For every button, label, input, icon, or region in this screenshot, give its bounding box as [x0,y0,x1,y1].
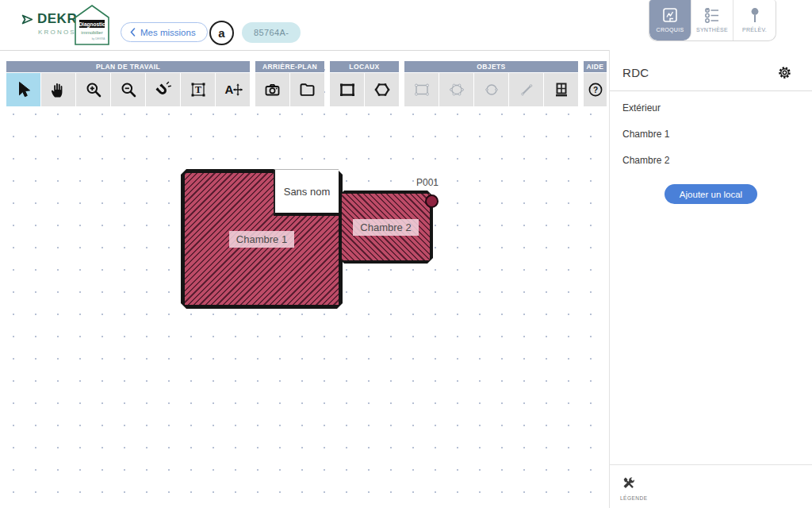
svg-text:?: ? [592,86,597,94]
text-frame-icon: T [189,80,208,99]
tab-label: SYNTHÈSE [696,27,728,33]
tab-label: PRÉLÈV. [742,27,767,33]
user-avatar[interactable]: a [209,21,234,45]
line-object-icon [516,80,537,99]
rectangle-room-icon [337,80,358,99]
room-list-item-chambre-1[interactable]: Chambre 1 [610,121,812,147]
tool-polygon-room-button[interactable] [365,73,399,106]
toolgroup-objets: OBJETS [404,61,578,106]
tab-croquis[interactable]: CROQUIS [649,0,691,40]
room-label: Chambre 2 [353,219,418,236]
missions-label: Mes missions [140,28,196,37]
tools-icon [620,474,638,491]
cursor-arrow-icon [14,80,33,99]
drawing-canvas[interactable]: PLAN DE TRAVAIL [0,50,609,508]
svg-text:by DEKRA: by DEKRA [92,37,105,40]
tool-text-move-button[interactable]: A [216,73,250,106]
tool-magnet-button[interactable] [146,73,180,106]
camera-icon [262,80,282,99]
toolgroup-locaux: LOCAUX [330,61,399,106]
legend-label: LÉGENDE [620,495,812,501]
help-icon: ? [587,81,604,98]
toolgroup-header: ARRIÈRE-PLAN [255,61,324,72]
magnet-icon [154,80,173,99]
view-tabs: CROQUIS SYNTHÈSE PRÉLÈV. [649,0,776,41]
svg-text:A: A [224,83,233,96]
help-button[interactable]: ? [584,73,607,106]
svg-text:Diagnostic: Diagnostic [79,21,105,28]
toolgroup-aide: AIDE ? [584,61,607,106]
room-list-item-exterieur[interactable]: Extérieur [610,94,812,121]
tool-circle-object-button[interactable] [474,73,508,106]
top-bar: DEKRA KRONOSOFT Diagnostic immobilier by… [0,0,812,50]
toolgroup-header: AIDE [584,61,607,72]
tool-line-object-button[interactable] [509,73,543,106]
diagnostic-immobilier-badge: Diagnostic immobilier by DEKRA [73,4,111,47]
tool-select-button[interactable] [6,73,40,106]
folder-icon [297,80,317,99]
mes-missions-button[interactable]: Mes missions [121,22,208,42]
tab-prelevements[interactable]: PRÉLÈV. [733,0,776,40]
polygon-object-icon [446,80,467,99]
tool-camera-button[interactable] [255,73,289,106]
tool-rectangle-room-button[interactable] [330,73,364,106]
tool-window-object-button[interactable] [544,73,578,106]
toolgroup-header: LOCAUX [330,61,399,72]
dekra-arrow-icon [21,13,34,25]
room-label: Sans nom [284,186,331,198]
room-chambre-2[interactable]: Chambre 2 [339,190,433,264]
tool-folder-button[interactable] [290,73,324,106]
rooms-sidebar: RDC Extérieur Chambre 1 Chambre 2 Ajoute… [609,50,812,508]
legend-button[interactable]: LÉGENDE [610,464,812,508]
prelevement-marker[interactable] [425,194,439,208]
avatar-letter: a [218,26,224,40]
tool-zoom-out-button[interactable] [111,73,145,106]
room-sans-nom[interactable]: Sans nom [274,169,339,216]
level-title[interactable]: RDC [622,66,649,79]
tool-rectangle-object-button[interactable] [404,73,439,106]
prelevement-marker-label: P001 [416,177,439,188]
zoom-in-icon [84,80,103,99]
tool-polygon-object-button[interactable] [439,73,473,106]
tool-pan-button[interactable] [41,73,75,106]
pin-icon [745,6,764,25]
toolgroup-header: OBJETS [404,61,578,72]
circle-object-icon [481,80,502,99]
polygon-room-icon [372,80,393,99]
room-label: Chambre 1 [229,231,294,248]
add-room-button[interactable]: Ajouter un local [665,184,757,204]
window-icon [551,80,572,99]
svg-text:T: T [194,84,201,95]
chevron-left-icon [130,28,136,37]
room-list: Extérieur Chambre 1 Chambre 2 [610,91,812,173]
mission-code-pill[interactable]: 85764A- [242,22,301,43]
toolbar: PLAN DE TRAVAIL [6,61,607,106]
svg-text:immobilier: immobilier [81,30,102,35]
floorplan-sketch-icon [661,6,680,25]
gear-icon[interactable] [776,64,793,81]
hand-icon [49,80,68,99]
tool-zoom-in-button[interactable] [76,73,110,106]
checklist-icon [703,6,722,25]
toolgroup-arriere-plan: ARRIÈRE-PLAN [255,61,324,106]
rectangle-object-icon [412,80,432,99]
zoom-out-icon [119,80,138,99]
tab-synthese[interactable]: SYNTHÈSE [691,0,733,40]
tab-label: CROQUIS [657,27,684,33]
toolgroup-plan-de-travail: PLAN DE TRAVAIL [6,61,250,106]
tool-text-frame-button[interactable]: T [181,73,215,106]
toolgroup-header: PLAN DE TRAVAIL [6,61,250,72]
room-list-item-chambre-2[interactable]: Chambre 2 [610,147,812,173]
mission-code: 85764A- [254,28,289,37]
text-move-icon: A [223,80,243,99]
